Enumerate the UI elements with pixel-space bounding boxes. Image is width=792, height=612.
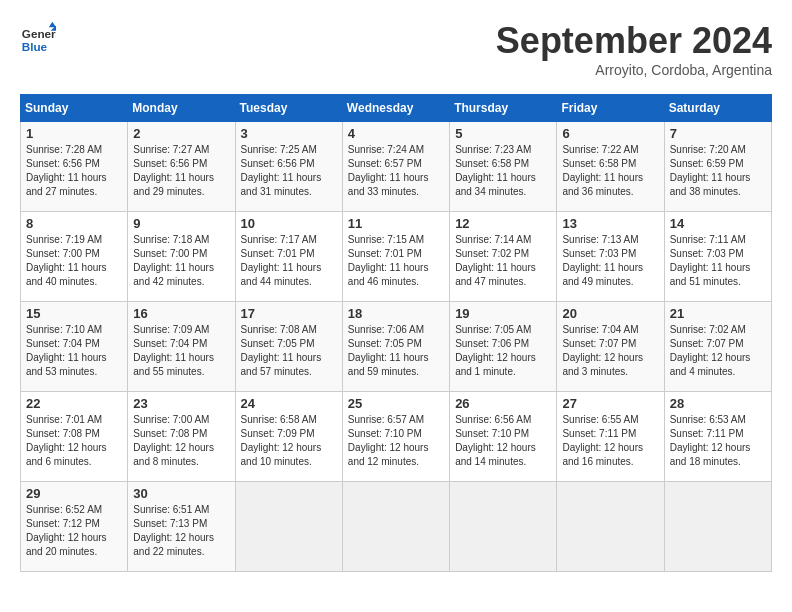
calendar-cell: 26 Sunrise: 6:56 AMSunset: 7:10 PMDaylig… (450, 392, 557, 482)
day-number: 12 (455, 216, 551, 231)
calendar-cell: 9 Sunrise: 7:18 AMSunset: 7:00 PMDayligh… (128, 212, 235, 302)
calendar-cell (450, 482, 557, 572)
day-info: Sunrise: 7:06 AMSunset: 7:05 PMDaylight:… (348, 323, 444, 379)
day-info: Sunrise: 7:00 AMSunset: 7:08 PMDaylight:… (133, 413, 229, 469)
day-info: Sunrise: 7:08 AMSunset: 7:05 PMDaylight:… (241, 323, 337, 379)
day-number: 7 (670, 126, 766, 141)
day-info: Sunrise: 7:02 AMSunset: 7:07 PMDaylight:… (670, 323, 766, 379)
header-sunday: Sunday (21, 95, 128, 122)
day-number: 21 (670, 306, 766, 321)
calendar-cell: 8 Sunrise: 7:19 AMSunset: 7:00 PMDayligh… (21, 212, 128, 302)
day-info: Sunrise: 7:23 AMSunset: 6:58 PMDaylight:… (455, 143, 551, 199)
day-number: 19 (455, 306, 551, 321)
day-info: Sunrise: 7:19 AMSunset: 7:00 PMDaylight:… (26, 233, 122, 289)
calendar-cell: 2 Sunrise: 7:27 AMSunset: 6:56 PMDayligh… (128, 122, 235, 212)
header-wednesday: Wednesday (342, 95, 449, 122)
day-number: 15 (26, 306, 122, 321)
day-number: 25 (348, 396, 444, 411)
calendar-week-5: 29 Sunrise: 6:52 AMSunset: 7:12 PMDaylig… (21, 482, 772, 572)
day-number: 17 (241, 306, 337, 321)
day-info: Sunrise: 6:55 AMSunset: 7:11 PMDaylight:… (562, 413, 658, 469)
day-number: 26 (455, 396, 551, 411)
day-info: Sunrise: 7:01 AMSunset: 7:08 PMDaylight:… (26, 413, 122, 469)
month-title: September 2024 (496, 20, 772, 62)
day-info: Sunrise: 7:04 AMSunset: 7:07 PMDaylight:… (562, 323, 658, 379)
calendar-cell (235, 482, 342, 572)
calendar-cell: 27 Sunrise: 6:55 AMSunset: 7:11 PMDaylig… (557, 392, 664, 482)
calendar-cell: 7 Sunrise: 7:20 AMSunset: 6:59 PMDayligh… (664, 122, 771, 212)
day-number: 2 (133, 126, 229, 141)
calendar-header-row: SundayMondayTuesdayWednesdayThursdayFrid… (21, 95, 772, 122)
day-info: Sunrise: 7:25 AMSunset: 6:56 PMDaylight:… (241, 143, 337, 199)
day-number: 10 (241, 216, 337, 231)
day-info: Sunrise: 7:18 AMSunset: 7:00 PMDaylight:… (133, 233, 229, 289)
calendar-cell: 23 Sunrise: 7:00 AMSunset: 7:08 PMDaylig… (128, 392, 235, 482)
calendar-cell: 13 Sunrise: 7:13 AMSunset: 7:03 PMDaylig… (557, 212, 664, 302)
calendar-cell: 6 Sunrise: 7:22 AMSunset: 6:58 PMDayligh… (557, 122, 664, 212)
day-number: 18 (348, 306, 444, 321)
day-number: 29 (26, 486, 122, 501)
day-info: Sunrise: 7:15 AMSunset: 7:01 PMDaylight:… (348, 233, 444, 289)
day-number: 6 (562, 126, 658, 141)
calendar-table: SundayMondayTuesdayWednesdayThursdayFrid… (20, 94, 772, 572)
calendar-cell: 15 Sunrise: 7:10 AMSunset: 7:04 PMDaylig… (21, 302, 128, 392)
header-friday: Friday (557, 95, 664, 122)
day-number: 1 (26, 126, 122, 141)
day-number: 28 (670, 396, 766, 411)
calendar-cell: 16 Sunrise: 7:09 AMSunset: 7:04 PMDaylig… (128, 302, 235, 392)
calendar-cell: 14 Sunrise: 7:11 AMSunset: 7:03 PMDaylig… (664, 212, 771, 302)
day-number: 27 (562, 396, 658, 411)
day-info: Sunrise: 6:52 AMSunset: 7:12 PMDaylight:… (26, 503, 122, 559)
day-info: Sunrise: 7:20 AMSunset: 6:59 PMDaylight:… (670, 143, 766, 199)
page-header: General Blue September 2024 Arroyito, Co… (20, 20, 772, 78)
calendar-week-4: 22 Sunrise: 7:01 AMSunset: 7:08 PMDaylig… (21, 392, 772, 482)
title-section: September 2024 Arroyito, Cordoba, Argent… (496, 20, 772, 78)
calendar-cell (664, 482, 771, 572)
calendar-cell: 17 Sunrise: 7:08 AMSunset: 7:05 PMDaylig… (235, 302, 342, 392)
svg-marker-2 (49, 22, 56, 27)
calendar-cell: 30 Sunrise: 6:51 AMSunset: 7:13 PMDaylig… (128, 482, 235, 572)
calendar-cell: 21 Sunrise: 7:02 AMSunset: 7:07 PMDaylig… (664, 302, 771, 392)
calendar-cell: 24 Sunrise: 6:58 AMSunset: 7:09 PMDaylig… (235, 392, 342, 482)
day-number: 24 (241, 396, 337, 411)
header-monday: Monday (128, 95, 235, 122)
day-info: Sunrise: 6:58 AMSunset: 7:09 PMDaylight:… (241, 413, 337, 469)
day-number: 4 (348, 126, 444, 141)
header-thursday: Thursday (450, 95, 557, 122)
header-tuesday: Tuesday (235, 95, 342, 122)
day-number: 30 (133, 486, 229, 501)
header-saturday: Saturday (664, 95, 771, 122)
calendar-cell: 11 Sunrise: 7:15 AMSunset: 7:01 PMDaylig… (342, 212, 449, 302)
day-info: Sunrise: 7:14 AMSunset: 7:02 PMDaylight:… (455, 233, 551, 289)
day-number: 8 (26, 216, 122, 231)
logo-icon: General Blue (20, 20, 56, 56)
day-info: Sunrise: 6:53 AMSunset: 7:11 PMDaylight:… (670, 413, 766, 469)
calendar-cell (557, 482, 664, 572)
day-info: Sunrise: 7:09 AMSunset: 7:04 PMDaylight:… (133, 323, 229, 379)
day-number: 13 (562, 216, 658, 231)
day-info: Sunrise: 7:28 AMSunset: 6:56 PMDaylight:… (26, 143, 122, 199)
day-number: 23 (133, 396, 229, 411)
location: Arroyito, Cordoba, Argentina (496, 62, 772, 78)
calendar-cell: 5 Sunrise: 7:23 AMSunset: 6:58 PMDayligh… (450, 122, 557, 212)
calendar-cell: 18 Sunrise: 7:06 AMSunset: 7:05 PMDaylig… (342, 302, 449, 392)
calendar-cell: 25 Sunrise: 6:57 AMSunset: 7:10 PMDaylig… (342, 392, 449, 482)
calendar-week-2: 8 Sunrise: 7:19 AMSunset: 7:00 PMDayligh… (21, 212, 772, 302)
calendar-cell: 4 Sunrise: 7:24 AMSunset: 6:57 PMDayligh… (342, 122, 449, 212)
day-number: 11 (348, 216, 444, 231)
day-info: Sunrise: 7:27 AMSunset: 6:56 PMDaylight:… (133, 143, 229, 199)
calendar-cell: 19 Sunrise: 7:05 AMSunset: 7:06 PMDaylig… (450, 302, 557, 392)
calendar-cell: 28 Sunrise: 6:53 AMSunset: 7:11 PMDaylig… (664, 392, 771, 482)
day-info: Sunrise: 6:51 AMSunset: 7:13 PMDaylight:… (133, 503, 229, 559)
calendar-cell: 3 Sunrise: 7:25 AMSunset: 6:56 PMDayligh… (235, 122, 342, 212)
calendar-cell: 12 Sunrise: 7:14 AMSunset: 7:02 PMDaylig… (450, 212, 557, 302)
logo: General Blue (20, 20, 56, 56)
svg-text:Blue: Blue (22, 40, 48, 53)
day-info: Sunrise: 7:05 AMSunset: 7:06 PMDaylight:… (455, 323, 551, 379)
day-info: Sunrise: 7:24 AMSunset: 6:57 PMDaylight:… (348, 143, 444, 199)
svg-text:General: General (22, 27, 56, 40)
day-number: 14 (670, 216, 766, 231)
calendar-week-1: 1 Sunrise: 7:28 AMSunset: 6:56 PMDayligh… (21, 122, 772, 212)
calendar-cell: 1 Sunrise: 7:28 AMSunset: 6:56 PMDayligh… (21, 122, 128, 212)
calendar-cell (342, 482, 449, 572)
